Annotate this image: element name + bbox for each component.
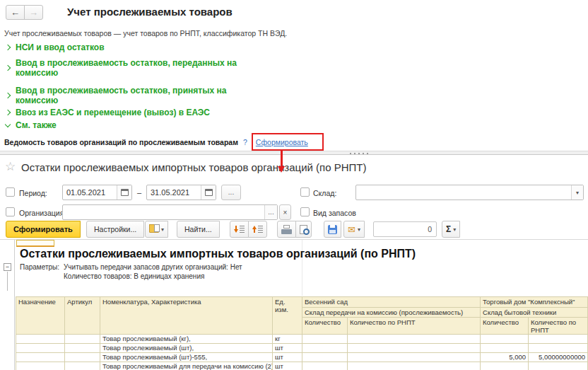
organization-label: Организация: — [19, 209, 66, 217]
cell-unit[interactable]: шт — [273, 362, 302, 370]
organization-choose-button[interactable]: ... — [264, 205, 277, 219]
autosum-button[interactable]: Σ ▾ — [442, 221, 460, 238]
envelope-icon: ✉ — [348, 225, 355, 234]
cell-g1-qty[interactable] — [302, 335, 348, 344]
warehouse-dropdown-button[interactable]: ▾ — [571, 185, 583, 200]
caret-down-icon: ▾ — [453, 226, 456, 233]
group2-qty-rnpt-header[interactable]: Количество по РНПТ — [529, 318, 588, 335]
cell-unit[interactable]: шт — [273, 344, 302, 353]
calendar-button[interactable] — [117, 185, 131, 200]
cell-unit[interactable]: шт — [273, 353, 302, 362]
help-icon[interactable]: ? — [243, 138, 247, 146]
param-line: Количество товаров: В единицах хранения — [64, 272, 204, 280]
cell-purpose[interactable] — [16, 362, 65, 370]
period-from-field[interactable]: 01.05.2021 — [62, 185, 132, 200]
cell-g2-qty[interactable] — [481, 344, 529, 353]
clear-icon: × — [283, 209, 288, 216]
col-header-purpose[interactable]: Назначение — [16, 297, 65, 335]
cell-sku[interactable] — [65, 335, 100, 344]
print-preview-button[interactable] — [295, 221, 312, 238]
organization-checkbox[interactable] — [6, 207, 15, 216]
cell-g1-rnpt[interactable] — [348, 335, 481, 344]
find-button[interactable]: Найти... — [177, 221, 220, 238]
cell-g1-rnpt[interactable] — [348, 362, 481, 370]
splitter-grip-icon — [350, 153, 368, 154]
group1-warehouse-header[interactable]: Склад передачи на комиссию (прослеживаем… — [302, 308, 481, 318]
page-description: Учет прослеживаемых товаров — учет товар… — [4, 29, 287, 37]
cell-sku[interactable] — [65, 362, 100, 370]
favorite-star-icon[interactable]: ☆ — [5, 161, 16, 173]
cell-g2-rnpt[interactable] — [529, 335, 588, 344]
group1-org-header[interactable]: Весенний сад — [302, 297, 481, 308]
cell-sku[interactable] — [65, 344, 100, 353]
send-email-button[interactable]: ✉ ▾ — [343, 221, 365, 238]
cell-g1-qty[interactable] — [302, 353, 348, 362]
warehouse-checkbox[interactable] — [300, 187, 310, 197]
group1-qty-header[interactable]: Количество — [302, 318, 348, 335]
cell-g1-rnpt[interactable] — [348, 344, 481, 353]
cell-nomenclature[interactable]: Товар прослеживаемый (шт)-555, — [100, 353, 273, 362]
panel-splitter[interactable] — [0, 151, 588, 155]
cell-g2-rnpt[interactable] — [529, 362, 588, 370]
col-header-nomenclature[interactable]: Номенклатура, Характеристика — [100, 297, 273, 335]
cell-purpose[interactable] — [16, 353, 65, 362]
back-button[interactable]: ← — [6, 5, 25, 20]
report-variants-button[interactable]: ▾ — [145, 221, 168, 238]
param-line: Учитывать передачи запасов других органи… — [64, 263, 242, 271]
cell-g2-rnpt[interactable]: 5,00000000000 — [529, 353, 588, 362]
cell-g2-rnpt[interactable] — [529, 344, 588, 353]
cell-g2-qty[interactable] — [481, 335, 529, 344]
section-link-accepted[interactable]: Ввод в прослеживаемость остатков, принят… — [6, 86, 270, 105]
caret-down-icon: ▾ — [576, 190, 579, 196]
warehouse-combobox[interactable]: ▾ — [355, 185, 584, 200]
col-header-sku[interactable]: Артикул — [65, 297, 100, 335]
period-to-value: 31.05.2021 — [147, 188, 201, 197]
selected-cell-marker[interactable] — [16, 240, 54, 247]
generate-button[interactable]: Сформировать — [6, 221, 81, 238]
period-to-field[interactable]: 31.05.2021 — [146, 185, 216, 200]
cell-nomenclature[interactable]: Товар прослеживаемый для передачи на ком… — [100, 362, 273, 370]
section-link-nsi[interactable]: НСИ и ввод остатков — [6, 42, 105, 52]
cell-nomenclature[interactable]: Товар прослеживаемый (шт), — [100, 344, 273, 353]
chevron-down-icon — [5, 121, 11, 127]
stock-kind-label: Вид запасов — [313, 209, 356, 217]
cell-g2-qty[interactable] — [481, 362, 529, 370]
sum-result-field[interactable]: 0 — [373, 221, 437, 237]
calendar-button[interactable] — [201, 185, 216, 200]
group2-warehouse-header[interactable]: Склад бытовой техники — [481, 308, 588, 318]
cell-g2-qty[interactable]: 5,000 — [481, 353, 529, 362]
period-checkbox[interactable] — [6, 187, 15, 197]
save-button[interactable] — [324, 221, 341, 238]
collapse-groups-button[interactable] — [248, 221, 267, 238]
group1-qty-rnpt-header[interactable]: Количество по РНПТ — [348, 318, 481, 335]
forward-button[interactable]: → — [24, 5, 43, 20]
group-collapse-button[interactable]: − — [4, 263, 11, 271]
stock-kind-checkbox[interactable] — [300, 207, 310, 216]
print-button[interactable] — [277, 221, 296, 238]
cell-g1-qty[interactable] — [302, 362, 348, 370]
group2-qty-header[interactable]: Количество — [481, 318, 529, 335]
report-window-title: Остатки прослеживаемых импортных товаров… — [21, 161, 367, 173]
cell-purpose[interactable] — [16, 344, 65, 353]
section-link-see-also[interactable]: См. также — [6, 120, 57, 130]
generate-report-link[interactable]: Сформировать — [256, 138, 308, 146]
cell-sku[interactable] — [65, 353, 100, 362]
group2-org-header[interactable]: Торговый дом "Комплексный" — [481, 297, 588, 308]
expand-groups-button[interactable] — [230, 221, 249, 238]
section-link-eaes[interactable]: Ввоз из ЕАЭС и перемещение (вывоз) в ЕАЭ… — [6, 108, 210, 117]
ellipsis-icon: ... — [268, 209, 274, 216]
period-more-button[interactable]: ... — [221, 185, 241, 200]
section-link-label: Ввоз из ЕАЭС и перемещение (вывоз) в ЕАЭ… — [16, 108, 210, 117]
section-link-transferred[interactable]: Ввод в прослеживаемость остатков, переда… — [6, 58, 270, 78]
report-table: Назначение Артикул Номенклатура, Характе… — [16, 296, 588, 370]
organization-field[interactable]: ... — [62, 204, 278, 220]
settings-button[interactable]: Настройки... — [86, 221, 144, 238]
forward-arrow-icon: → — [29, 7, 38, 18]
cell-g1-rnpt[interactable] — [348, 353, 481, 362]
cell-unit[interactable]: кг — [273, 335, 302, 344]
cell-purpose[interactable] — [16, 335, 65, 344]
organization-clear-button[interactable]: × — [279, 204, 291, 220]
cell-nomenclature[interactable]: Товар прослеживаемый (кг), — [100, 335, 273, 344]
col-header-unit[interactable]: Ед. изм. — [273, 297, 302, 335]
cell-g1-qty[interactable] — [302, 344, 348, 353]
